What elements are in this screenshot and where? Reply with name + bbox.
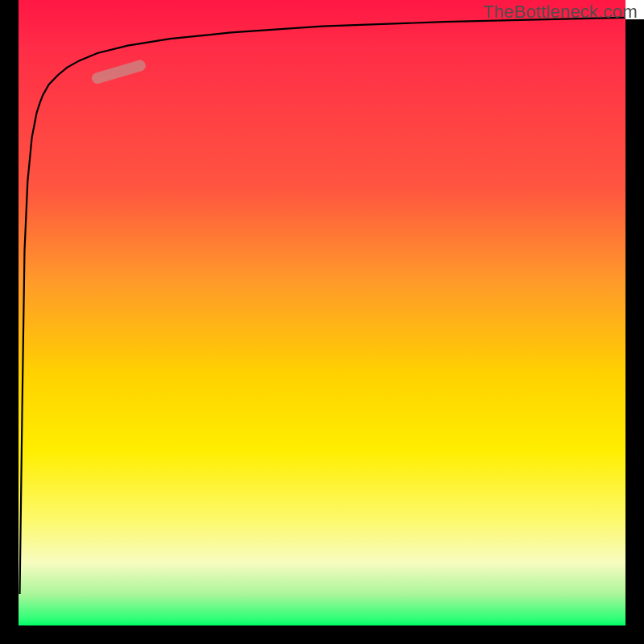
gradient-background [19, 0, 625, 625]
axis-bottom-border [0, 625, 644, 644]
watermark-label: TheBottleneck.com [483, 2, 638, 23]
plot-area [19, 0, 625, 625]
axis-left-border [0, 0, 19, 644]
axis-right-border [625, 19, 644, 644]
bottleneck-chart: TheBottleneck.com [0, 0, 644, 644]
